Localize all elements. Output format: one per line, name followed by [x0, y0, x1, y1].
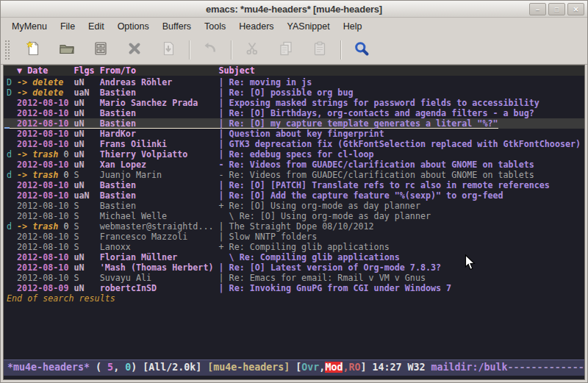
menu-item-options[interactable]: Options	[111, 19, 156, 34]
message-row[interactable]: 2012-08-10 S Francesco Mazzoli | Slow NN…	[4, 232, 584, 242]
menu-item-edit[interactable]: Edit	[82, 19, 111, 34]
save-as-icon	[159, 40, 177, 60]
menu-item-buffers[interactable]: Buffers	[156, 19, 198, 34]
paste-button	[303, 38, 337, 62]
message-row[interactable]: 2012-08-10 uN Mario Sanchez Prada | Expo…	[4, 98, 584, 108]
message-row[interactable]: 2012-08-10 S Lanoxx + Re: Compiling glib…	[4, 242, 584, 252]
message-row[interactable]: 2012-08-10 S Michael Welle \ Re: [O] Usi…	[4, 211, 584, 221]
message-row[interactable]: 2012-08-10 uN Frans Oilinki | GTK3 depre…	[4, 139, 584, 149]
menu-item-headers[interactable]: Headers	[232, 19, 280, 34]
header-line[interactable]: ▼ Date Flgs From/To Subject	[4, 65, 584, 76]
message-row[interactable]: 2012-08-10 uN 'Mash (Thomas Herbert) | R…	[4, 262, 584, 273]
new-button[interactable]	[16, 38, 50, 62]
modeline-segment-plain: ]	[360, 362, 372, 373]
window-controls: –□✕	[529, 3, 584, 15]
cut-icon	[243, 40, 261, 60]
message-row[interactable]: d -> trash 0 uN Thierry Volpiatto | Re: …	[4, 149, 584, 160]
titlebar[interactable]: emacs: *mu4e-headers* [mu4e-headers] –□✕	[1, 1, 587, 18]
modeline-segment-mode: [mu4e-headers]	[207, 362, 290, 373]
toolbar	[1, 35, 587, 65]
modeline-segment-ro: ,RO	[343, 362, 360, 373]
message-row[interactable]: d -> trash 0 S webmaster@straightd... | …	[4, 221, 584, 232]
open-button[interactable]	[50, 38, 84, 62]
undo-button	[193, 38, 227, 62]
modeline-segment-buffer: *mu4e-headers*	[7, 362, 90, 373]
modeline-segment-plain: ,	[113, 362, 125, 373]
modeline-segment-dashes: --------------------------------	[508, 362, 584, 373]
toolbar-separator	[231, 40, 232, 60]
modeline-segment-plain: 14:27 W32	[372, 362, 431, 373]
copy-button	[269, 38, 303, 62]
message-row[interactable]: 2012-08-10 uN Bastien | Re: [O] Birthday…	[4, 108, 584, 118]
message-row[interactable]: D -> delete uN Andreas Röhler | Re: movi…	[4, 77, 584, 87]
maximize-button[interactable]: □	[548, 3, 565, 15]
menu-item-help[interactable]: Help	[337, 19, 369, 34]
empty-buffer-space	[4, 304, 584, 359]
search-button[interactable]	[345, 38, 379, 62]
toolbar-drag-handle[interactable]	[4, 40, 10, 60]
open-folder-icon	[58, 40, 76, 60]
save-button[interactable]	[84, 38, 118, 62]
modeline-segment-mod: Mod	[325, 362, 343, 373]
copy-icon	[277, 40, 295, 60]
modeline-segment-plain: [All/2.0k]	[143, 362, 207, 373]
menu-item-file[interactable]: File	[54, 19, 82, 34]
close-button[interactable]: ✕	[567, 3, 584, 15]
modeline-segment-col: 0	[125, 362, 131, 373]
message-row[interactable]: 2012-08-10 uN HardKor | Question about k…	[4, 129, 584, 139]
end-of-results: End of search results	[4, 293, 584, 304]
close-icon	[126, 40, 143, 60]
message-list: D -> delete uN Andreas Röhler | Re: movi…	[4, 76, 584, 293]
modeline-segment-plain: (	[90, 362, 107, 373]
toolbar-separator	[189, 40, 190, 60]
message-row[interactable]: 2012-08-10 uaN Bastien | Re: [O] Add the…	[4, 190, 584, 201]
message-row[interactable]: d -> trash 0 S Juanjo Marin - Re: Videos…	[4, 170, 584, 180]
modeline-segment-folder: maildir:/bulk	[431, 362, 508, 373]
menu-item-yasnippet[interactable]: YASnippet	[281, 19, 337, 34]
emacs-window: emacs: *mu4e-headers* [mu4e-headers] –□✕…	[0, 0, 588, 383]
window-title: emacs: *mu4e-headers* [mu4e-headers]	[206, 4, 382, 15]
cut-button	[235, 38, 269, 62]
undo-icon	[201, 40, 219, 60]
paste-icon	[311, 40, 329, 60]
menubar: MyMenuFileEditOptionsBuffersToolsHeaders…	[1, 18, 587, 35]
message-row[interactable]: 2012-08-10 uN Xan Lopez - Re: Videos fro…	[4, 160, 584, 170]
message-row[interactable]: 2012-08-10 uN Bastien | Re: [O] [PATCH] …	[4, 180, 584, 190]
modeline-segment-line: 5	[107, 362, 113, 373]
message-row[interactable]: 2012-08-10 S Suvayu Ali | Re: Emacs for …	[4, 273, 584, 283]
message-row[interactable]: 2012-08-10 uN Florian Müllner \ Re: Comp…	[4, 252, 584, 262]
save-as-button	[151, 38, 185, 62]
message-row[interactable]: 2012-08-10 uN Bastien | Re: [O] my captu…	[4, 118, 584, 129]
minimize-button[interactable]: –	[529, 3, 546, 15]
message-row[interactable]: D -> delete uaN Bastien | Re: [O] possib…	[4, 87, 584, 98]
close-buffer-button[interactable]	[118, 38, 151, 62]
save-icon	[92, 40, 110, 60]
menu-item-tools[interactable]: Tools	[198, 19, 232, 34]
search-icon	[353, 40, 370, 60]
message-row[interactable]: 2012-08-10 S Bastien + Re: [O] Using org…	[4, 201, 584, 211]
message-row[interactable]: 2012-08-09 uN robertcInSD | Re: Invoking…	[4, 283, 584, 293]
mu4e-headers-buffer: ▼ Date Flgs From/To Subject D -> delete …	[3, 65, 585, 380]
echo-area	[4, 376, 584, 379]
modeline-segment-plain: )	[131, 362, 143, 373]
new-document-icon	[24, 40, 42, 60]
modeline-segment-plain: [	[290, 362, 301, 373]
menu-item-mymenu[interactable]: MyMenu	[5, 19, 54, 34]
toolbar-separator	[340, 40, 341, 60]
modeline: *mu4e-headers* ( 5, 0) [All/2.0k] [mu4e-…	[4, 359, 584, 376]
modeline-segment-ovr: Ovr	[301, 362, 319, 373]
